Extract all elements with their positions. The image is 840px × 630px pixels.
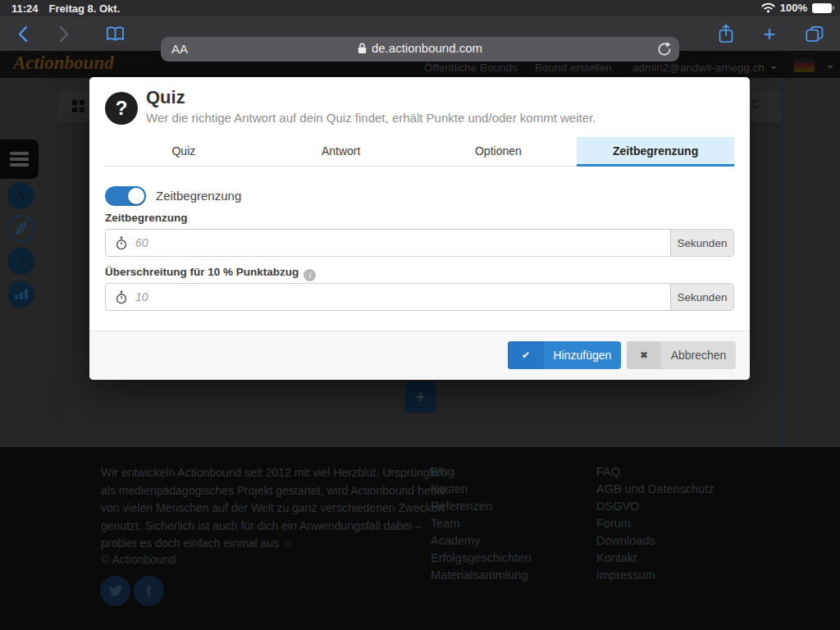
- footer-link[interactable]: AGB und Datenschutz: [596, 482, 714, 500]
- refresh-icon: C: [751, 97, 760, 111]
- page-divider: [57, 78, 58, 447]
- overrun-field-label: Überschreitung für 10 % Punktabzugi: [105, 266, 316, 281]
- time-limit-field-label: Zeitbegrenzung: [105, 212, 188, 224]
- nav-account-menu[interactable]: admin2@andwil-arnegg.ch: [632, 62, 777, 74]
- tab-zeitbegrenzung[interactable]: Zeitbegrenzung: [577, 137, 734, 167]
- stopwatch-icon: [116, 236, 127, 250]
- nav-public-bounds[interactable]: Öffentliche Bounds: [424, 62, 518, 74]
- menu-button[interactable]: [0, 139, 39, 179]
- footer-link[interactable]: Kosten: [431, 482, 532, 500]
- reload-icon: [657, 41, 672, 57]
- footer-copyright: © Actionbound: [101, 553, 176, 566]
- tabs-icon: [806, 25, 824, 43]
- share-button[interactable]: [715, 16, 737, 51]
- time-limit-input[interactable]: [127, 230, 670, 256]
- lock-icon: [358, 43, 367, 54]
- reader-view-button[interactable]: AA: [171, 42, 188, 56]
- facebook-icon: f: [146, 582, 151, 600]
- footer-link[interactable]: FAQ: [596, 465, 714, 482]
- time-limit-unit: Sekunden: [670, 230, 733, 256]
- account-email: admin2@andwil-arnegg.ch: [632, 62, 765, 74]
- chevron-left-icon: [18, 25, 28, 43]
- url-text: de.actionbound.com: [372, 41, 482, 55]
- actionbound-a-icon: A: [16, 189, 25, 203]
- time-limit-toggle[interactable]: [105, 186, 146, 206]
- cancel-button[interactable]: ✖ Abbrechen: [627, 341, 736, 369]
- language-flag-german[interactable]: [794, 58, 815, 72]
- chevron-down-icon[interactable]: [827, 66, 833, 69]
- bookmarks-button[interactable]: [104, 16, 126, 51]
- book-icon: [106, 26, 125, 42]
- overrun-input[interactable]: [127, 284, 670, 310]
- url-display: de.actionbound.com: [210, 41, 630, 55]
- footer-link[interactable]: Academy: [431, 534, 532, 551]
- footer-link[interactable]: Team: [431, 517, 532, 534]
- footer-link[interactable]: Materialsammlung: [431, 568, 532, 586]
- check-icon: ✔: [508, 341, 544, 369]
- overrun-input-group: Sekunden: [105, 283, 734, 311]
- footer-links-column-1: Blog Kosten Referenzen Team Academy Erfo…: [431, 465, 532, 586]
- footer-links-column-2: FAQ AGB und Datenschutz DSGVO Forum Down…: [596, 465, 714, 586]
- footer-link[interactable]: Erfolgsgeschichten: [431, 551, 532, 568]
- actionbound-logo[interactable]: Actionbound: [13, 52, 114, 74]
- wifi-icon: [761, 2, 775, 13]
- footer-link[interactable]: Blog: [431, 465, 532, 482]
- footer-link[interactable]: Impressum: [596, 568, 714, 586]
- add-element-button[interactable]: +: [405, 381, 436, 413]
- chevron-down-icon: [770, 66, 777, 70]
- footer-link[interactable]: Kontakt: [596, 551, 714, 568]
- twitter-link[interactable]: [100, 576, 130, 606]
- status-bar: 11:24 Freitag 8. Okt. 100%: [0, 0, 840, 16]
- footer-link[interactable]: Forum: [596, 517, 714, 534]
- clock: 11:24: [11, 2, 39, 15]
- time-limit-input-group: Sekunden: [105, 229, 734, 257]
- site-footer: Wir entwickeln Actionbound seit 2012 mit…: [0, 447, 840, 630]
- footer-link[interactable]: DSGVO: [596, 500, 714, 517]
- add-button[interactable]: ✔ Hinzufügen: [508, 341, 621, 369]
- dialog-title: Quiz: [146, 87, 185, 108]
- overrun-label-text: Überschreitung für 10 % Punktabzug: [105, 266, 299, 278]
- tab-optionen[interactable]: Optionen: [420, 137, 578, 167]
- add-button-label: Hinzufügen: [544, 341, 621, 369]
- rail-settings-button[interactable]: [7, 248, 34, 275]
- reload-button[interactable]: [657, 41, 672, 61]
- tab-overview-button[interactable]: [804, 16, 825, 51]
- twitter-icon: [108, 585, 123, 597]
- new-tab-button[interactable]: +: [759, 16, 780, 51]
- tab-antwort[interactable]: Antwort: [262, 137, 420, 167]
- dialog-tabs: Quiz Antwort Optionen Zeitbegrenzung: [105, 137, 734, 167]
- info-icon[interactable]: i: [304, 269, 316, 281]
- rail-actionbound-button[interactable]: A: [7, 182, 34, 209]
- overrun-unit: Sekunden: [670, 284, 733, 310]
- grid-view-icon: [72, 100, 84, 112]
- footer-about-text: Wir entwickeln Actionbound seit 2012 mit…: [101, 464, 454, 553]
- footer-link[interactable]: Referenzen: [431, 500, 532, 517]
- forward-button[interactable]: [54, 16, 74, 51]
- tab-quiz[interactable]: Quiz: [105, 137, 262, 167]
- battery-icon: [812, 3, 832, 13]
- question-mark-icon: ?: [105, 92, 138, 125]
- nav-create-bound[interactable]: Bound erstellen: [535, 62, 612, 74]
- quiz-dialog: ? Quiz Wer die richtige Antwort auf dein…: [89, 77, 750, 380]
- panel-divider: [781, 78, 783, 447]
- dialog-footer: ✔ Hinzufügen ✖ Abbrechen: [89, 331, 750, 380]
- toggle-knob: [128, 188, 144, 204]
- address-bar[interactable]: AA de.actionbound.com: [161, 37, 679, 62]
- rail-editor-button[interactable]: [7, 215, 34, 242]
- wrench-icon: [16, 256, 27, 267]
- footer-link[interactable]: Downloads: [596, 534, 714, 551]
- screen: 11:24 Freitag 8. Okt. 100%: [0, 0, 840, 630]
- stopwatch-icon: [116, 290, 127, 304]
- close-icon: ✖: [627, 341, 661, 369]
- browser-toolbar: AA de.actionbound.com +: [0, 16, 840, 51]
- facebook-link[interactable]: f: [134, 576, 164, 606]
- bar-chart-icon: [15, 289, 28, 299]
- rail-results-button[interactable]: [7, 281, 34, 308]
- battery-percent: 100%: [780, 2, 807, 14]
- dialog-subtitle: Wer die richtige Antwort auf dein Quiz f…: [146, 111, 596, 125]
- quill-icon: [15, 222, 27, 235]
- date: Freitag 8. Okt.: [49, 2, 121, 15]
- share-icon: [719, 24, 733, 43]
- back-button[interactable]: [13, 16, 33, 51]
- toggle-label: Zeitbegrenzung: [156, 189, 241, 203]
